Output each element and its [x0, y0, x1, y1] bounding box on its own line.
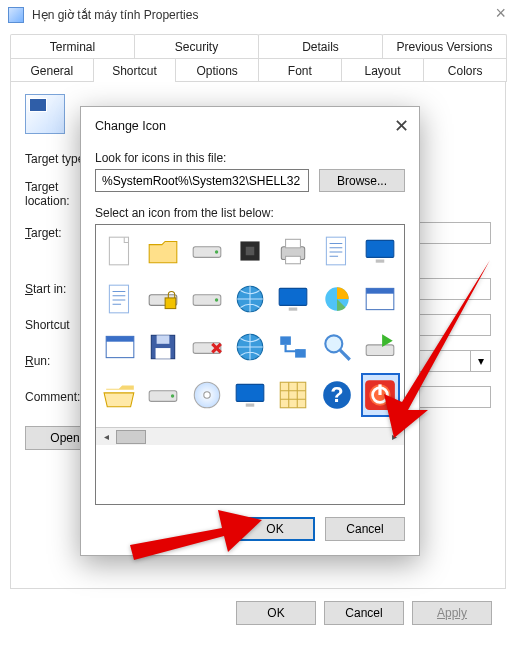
svg-rect-23	[106, 336, 134, 341]
properties-ok-button[interactable]: OK	[236, 601, 316, 625]
tab-layout[interactable]: Layout	[341, 58, 425, 82]
scroll-right-icon[interactable]: ▸	[386, 429, 402, 445]
icon-monitor[interactable]	[232, 375, 267, 415]
target-icon	[25, 94, 65, 134]
tab-terminal[interactable]: Terminal	[10, 34, 135, 58]
icon-window[interactable]	[102, 327, 137, 367]
svg-point-36	[203, 392, 209, 398]
svg-rect-39	[281, 382, 307, 408]
look-for-icons-label: Look for icons in this file:	[95, 151, 405, 165]
svg-rect-8	[326, 237, 345, 265]
icon-blank-page[interactable]	[102, 231, 137, 271]
properties-button-row: OK Cancel Apply	[10, 589, 506, 637]
scroll-left-icon[interactable]: ◂	[98, 429, 114, 445]
svg-rect-4	[246, 247, 255, 256]
icon-printer[interactable]	[276, 231, 311, 271]
icon-network[interactable]	[276, 327, 311, 367]
properties-cancel-button[interactable]: Cancel	[324, 601, 404, 625]
svg-point-31	[325, 335, 342, 352]
browse-button[interactable]: Browse...	[319, 169, 405, 192]
tab-security[interactable]: Security	[134, 34, 259, 58]
icon-monitor-blue[interactable]	[276, 279, 311, 319]
svg-rect-21	[366, 288, 394, 293]
icon-globe-net[interactable]	[232, 327, 267, 367]
svg-text:?: ?	[330, 383, 343, 407]
icon-drive-green[interactable]	[363, 327, 398, 367]
svg-rect-38	[246, 404, 255, 407]
svg-rect-18	[289, 308, 298, 311]
close-icon[interactable]: ×	[495, 3, 506, 24]
icon-floppy[interactable]	[145, 327, 180, 367]
icon-drive-x[interactable]	[189, 327, 224, 367]
svg-point-2	[214, 250, 217, 253]
tab-shortcut[interactable]: Shortcut	[93, 58, 177, 82]
icon-grid[interactable]	[276, 375, 311, 415]
icon-chip[interactable]	[232, 231, 267, 271]
tab-previous-versions[interactable]: Previous Versions	[382, 34, 507, 58]
svg-rect-9	[366, 240, 394, 257]
icon-drive2[interactable]	[189, 279, 224, 319]
icon-disk-lock[interactable]	[145, 279, 180, 319]
dialog-ok-button[interactable]: OK	[235, 517, 315, 541]
svg-rect-10	[376, 260, 385, 263]
svg-rect-37	[236, 384, 264, 401]
icon-power[interactable]	[363, 375, 398, 415]
svg-point-34	[171, 394, 174, 397]
shortcut-icon	[8, 7, 24, 23]
properties-apply-button[interactable]: Apply	[412, 601, 492, 625]
change-icon-dialog: Change Icon ✕ Look for icons in this fil…	[80, 106, 420, 556]
icon-cd[interactable]	[189, 375, 224, 415]
icon-pie-chart[interactable]	[319, 279, 354, 319]
svg-point-15	[214, 298, 217, 301]
icon-drive[interactable]	[189, 231, 224, 271]
horizontal-scrollbar[interactable]: ◂ ▸	[96, 427, 404, 445]
svg-rect-45	[379, 384, 382, 395]
svg-rect-32	[366, 345, 394, 356]
icon-monitor-wide[interactable]	[363, 231, 398, 271]
svg-rect-0	[109, 237, 128, 265]
tab-general[interactable]: General	[10, 58, 94, 82]
icon-globe[interactable]	[232, 279, 267, 319]
icon-window-app[interactable]	[363, 279, 398, 319]
tab-strip: Terminal Security Details Previous Versi…	[10, 34, 506, 82]
svg-rect-17	[280, 288, 308, 305]
icon-folder-open[interactable]	[102, 375, 137, 415]
svg-rect-13	[165, 298, 176, 309]
icon-document[interactable]	[319, 231, 354, 271]
chevron-down-icon[interactable]: ▾	[470, 351, 490, 371]
titlebar: Hẹn giờ tắt máy tính Properties ×	[0, 0, 516, 30]
tab-options[interactable]: Options	[175, 58, 259, 82]
window-title: Hẹn giờ tắt máy tính Properties	[32, 8, 198, 22]
icon-text-page[interactable]	[102, 279, 137, 319]
dialog-cancel-button[interactable]: Cancel	[325, 517, 405, 541]
scroll-thumb[interactable]	[116, 430, 146, 444]
icon-magnifier[interactable]	[319, 327, 354, 367]
dialog-close-icon[interactable]: ✕	[394, 115, 409, 137]
svg-rect-6	[286, 239, 301, 248]
select-icon-label: Select an icon from the list below:	[95, 206, 405, 220]
svg-rect-7	[286, 256, 301, 263]
icon-list[interactable]: ? ◂ ▸	[95, 224, 405, 505]
icon-help[interactable]: ?	[319, 375, 354, 415]
tab-details[interactable]: Details	[258, 34, 383, 58]
tab-font[interactable]: Font	[258, 58, 342, 82]
dialog-title: Change Icon	[95, 119, 166, 133]
icon-path-input[interactable]: %SystemRoot%\System32\SHELL32	[95, 169, 309, 192]
svg-rect-11	[109, 285, 128, 313]
svg-rect-25	[157, 335, 170, 344]
icon-drive-flat[interactable]	[145, 375, 180, 415]
svg-rect-26	[156, 348, 171, 359]
svg-rect-29	[281, 336, 292, 345]
icon-folder[interactable]	[145, 231, 180, 271]
tab-colors[interactable]: Colors	[423, 58, 507, 82]
